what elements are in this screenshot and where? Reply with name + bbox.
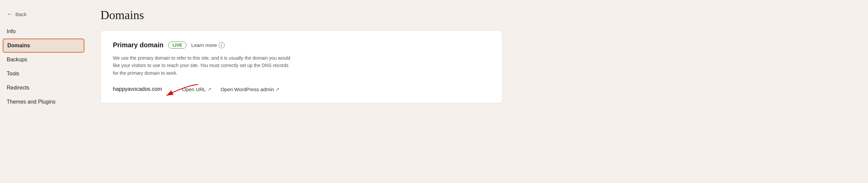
card-header: Primary domain LIVE Learn more i xyxy=(113,41,490,49)
external-link-icon: ↗ xyxy=(208,87,211,92)
live-badge: LIVE xyxy=(168,41,187,49)
back-label: Back xyxy=(16,11,27,17)
open-admin-link[interactable]: Open WordPress admin ↗ xyxy=(221,87,280,92)
sidebar-item-info[interactable]: Info xyxy=(0,25,87,38)
domain-name: happyavocados.com xyxy=(113,86,162,92)
sidebar: ← Back Info Domains Backups Tools Redire… xyxy=(0,0,87,183)
domains-card: Primary domain LIVE Learn more i We use … xyxy=(100,30,502,103)
main-content: Domains Primary domain LIVE Learn more i… xyxy=(87,0,868,183)
sidebar-item-domains[interactable]: Domains xyxy=(3,38,84,53)
page-title: Domains xyxy=(100,8,855,22)
external-link-icon-2: ↗ xyxy=(276,87,279,92)
back-arrow-icon: ← xyxy=(7,11,13,18)
domain-row: happyavocados.com Open URL ↗ Open WordPr… xyxy=(113,86,490,92)
card-title: Primary domain xyxy=(113,41,163,49)
back-button[interactable]: ← Back xyxy=(0,8,87,25)
open-url-link[interactable]: Open URL ↗ xyxy=(182,87,211,92)
sidebar-item-tools[interactable]: Tools xyxy=(0,67,87,81)
info-icon: i xyxy=(219,42,225,48)
card-description: We use the primary domain to refer to th… xyxy=(113,54,294,77)
learn-more-link[interactable]: Learn more i xyxy=(191,42,225,48)
sidebar-item-themes-plugins[interactable]: Themes and Plugins xyxy=(0,95,87,109)
sidebar-nav: Info Domains Backups Tools Redirects The… xyxy=(0,25,87,109)
sidebar-item-redirects[interactable]: Redirects xyxy=(0,81,87,95)
sidebar-item-backups[interactable]: Backups xyxy=(0,53,87,67)
domain-links: Open URL ↗ Open WordPress admin ↗ xyxy=(182,87,280,92)
